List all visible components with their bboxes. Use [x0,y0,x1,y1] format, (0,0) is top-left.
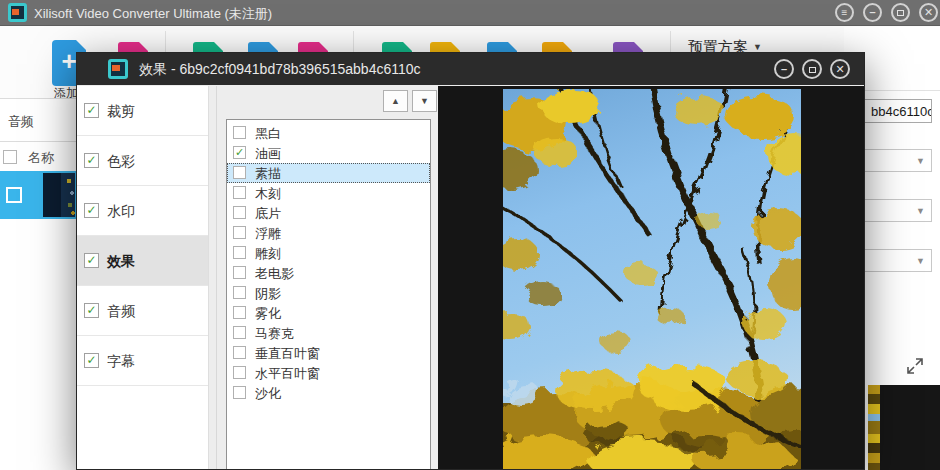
effects-checkbox[interactable]: ✓ [84,253,99,268]
effect-checkbox[interactable] [233,246,246,259]
effect-row-oldfilm[interactable]: 老电影 [227,263,430,283]
file-list-panel: 音频 名称 [0,98,76,470]
effect-row-shadow[interactable]: 阴影 [227,283,430,303]
main-titlebar: Xilisoft Video Converter Ultimate (未注册) … [0,0,940,26]
preview-pane [438,86,865,470]
file-list-header: 名称 [0,141,76,171]
crop-checkbox[interactable]: ✓ [84,103,99,118]
effect-checkbox[interactable] [233,326,246,339]
effect-label: 阴影 [255,285,281,303]
menu-button[interactable]: ≡ [835,3,854,22]
chevron-down-icon: ▼ [916,206,925,216]
effect-row-negative[interactable]: 底片 [227,203,430,223]
dialog-titlebar[interactable]: 效果 - 6b9c2cf0941bd78b396515abb4c6110c – … [77,53,864,85]
maximize-icon [809,67,816,73]
sidebar-item-label: 效果 [107,253,135,271]
effect-row-oilpaint[interactable]: ✓ 油画 [227,143,430,163]
maximize-icon [897,10,904,16]
close-button[interactable]: ✕ [919,3,938,22]
sidebar-item-label: 水印 [107,203,135,221]
effect-label: 马赛克 [255,325,294,343]
effects-list: 黑白 ✓ 油画 素描 木刻 底片 浮雕 [226,119,431,470]
effect-checkbox[interactable] [233,346,246,359]
sidebar-item-label: 裁剪 [107,103,135,121]
dialog-title: 效果 - 6b9c2cf0941bd78b396515abb4c6110c [139,61,421,79]
arrow-down-icon: ▼ [420,96,429,106]
subtitle-checkbox[interactable]: ✓ [84,353,99,368]
watermark-checkbox[interactable]: ✓ [84,203,99,218]
move-up-button[interactable]: ▲ [383,90,408,112]
effect-checkbox[interactable] [233,166,246,179]
effect-label: 沙化 [255,385,281,403]
mini-preview-image [868,385,880,470]
move-down-button[interactable]: ▼ [412,90,437,112]
effect-label: 垂直百叶窗 [255,345,320,363]
maximize-button[interactable] [891,3,910,22]
dialog-sidebar: ✓ 裁剪 ✓ 色彩 ✓ 水印 ✓ 效果 ✓ 音频 ✓ 字幕 [77,86,217,470]
section-label-audio: 音频 [8,113,78,131]
sidebar-scrollbar[interactable] [208,86,216,470]
preview-image [503,89,801,470]
effect-row-woodcut[interactable]: 木刻 [227,183,430,203]
effect-row-fog[interactable]: 雾化 [227,303,430,323]
effect-label: 浮雕 [255,225,281,243]
effect-label: 油画 [255,145,281,163]
effect-row-mosaic[interactable]: 马赛克 [227,323,430,343]
effect-label: 水平百叶窗 [255,365,320,383]
window-title: Xilisoft Video Converter Ultimate (未注册) [34,5,272,23]
effect-checkbox[interactable] [233,286,246,299]
effect-row-emboss[interactable]: 浮雕 [227,223,430,243]
arrow-up-icon: ▲ [391,96,400,106]
effects-dialog: 效果 - 6b9c2cf0941bd78b396515abb4c6110c – … [76,52,865,470]
sidebar-item-effects[interactable]: ✓ 效果 [77,236,209,286]
app-window: Xilisoft Video Converter Ultimate (未注册) … [0,0,940,470]
app-logo-icon [8,3,27,22]
effect-row-engrave[interactable]: 雕刻 [227,243,430,263]
name-column-header: 名称 [28,149,54,167]
dialog-minimize-button[interactable]: – [774,59,794,79]
preview-fullscreen-icon[interactable] [905,356,925,376]
effect-checkbox[interactable]: ✓ [233,146,246,159]
minimize-button[interactable]: – [863,3,882,22]
effect-label: 黑白 [255,125,281,143]
color-checkbox[interactable]: ✓ [84,153,99,168]
file-row-checkbox[interactable] [6,187,22,203]
effect-checkbox[interactable] [233,186,246,199]
dialog-close-button[interactable]: ✕ [830,59,850,79]
effect-label: 雕刻 [255,245,281,263]
sidebar-item-label: 字幕 [107,353,135,371]
sidebar-item-subtitle[interactable]: ✓ 字幕 [77,336,209,386]
effect-label: 素描 [255,165,281,183]
video-thumbnail [43,173,75,217]
effect-checkbox[interactable] [233,126,246,139]
sidebar-item-label: 音频 [107,303,135,321]
effect-row-blackwhite[interactable]: 黑白 [227,123,430,143]
chevron-down-icon: ▼ [916,156,925,166]
sidebar-item-audio[interactable]: ✓ 音频 [77,286,209,336]
file-row-selected[interactable] [0,171,76,219]
sidebar-item-label: 色彩 [107,153,135,171]
effect-checkbox[interactable] [233,226,246,239]
effect-label: 底片 [255,205,281,223]
effect-checkbox[interactable] [233,266,246,279]
audio-checkbox[interactable]: ✓ [84,303,99,318]
chevron-down-icon: ▼ [916,256,925,266]
effect-label: 木刻 [255,185,281,203]
sidebar-item-watermark[interactable]: ✓ 水印 [77,186,209,236]
effect-row-horizontal-blinds[interactable]: 水平百叶窗 [227,363,430,383]
effect-row-sand[interactable]: 沙化 [227,383,430,403]
effect-checkbox[interactable] [233,366,246,379]
sidebar-item-color[interactable]: ✓ 色彩 [77,136,209,186]
sidebar-item-crop[interactable]: ✓ 裁剪 [77,86,209,136]
effect-label: 老电影 [255,265,294,283]
effect-checkbox[interactable] [233,206,246,219]
effect-row-vertical-blinds[interactable]: 垂直百叶窗 [227,343,430,363]
select-all-checkbox[interactable] [3,150,17,164]
dialog-app-icon [108,59,128,79]
effect-checkbox[interactable] [233,386,246,399]
dialog-maximize-button[interactable] [802,59,822,79]
chevron-down-icon: ▼ [753,42,762,52]
effect-checkbox[interactable] [233,306,246,319]
mini-preview-pane [868,385,940,470]
effect-row-sketch[interactable]: 素描 [227,163,430,183]
